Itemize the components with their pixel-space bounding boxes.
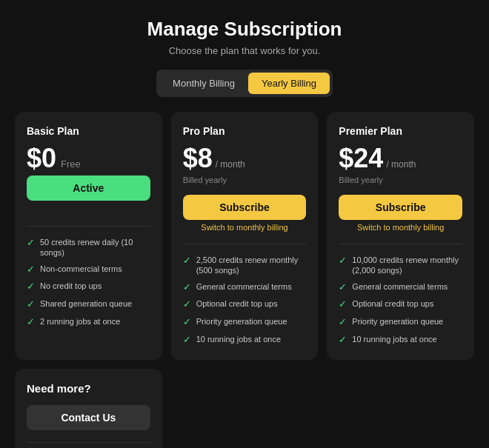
features-divider [339, 244, 462, 244]
feature-item: ✓ Optional credit top ups [339, 298, 462, 311]
feature-item: ✓ 10 running jobs at once [183, 334, 307, 347]
price-period: / month [386, 159, 416, 170]
page-header: Manage Subscription Choose the plan that… [15, 18, 474, 56]
feature-item: ✓ 10,000 credits renew monthly (2,000 so… [339, 255, 462, 276]
feature-text: General commercial terms [196, 281, 292, 292]
plan-action-btn[interactable]: Active [27, 175, 150, 201]
feature-text: 2,500 credits renew monthly (500 songs) [196, 255, 307, 276]
billed-info: Billed yearly [183, 175, 307, 184]
feature-text: 10 running jobs at once [352, 334, 436, 344]
plan-action-btn[interactable]: Subscribe [339, 195, 462, 220]
plan-card-premier: Premier Plan $24 / month Billed yearly S… [327, 112, 474, 360]
feature-text: Priority generation queue [196, 316, 287, 327]
check-icon: ✓ [27, 316, 35, 329]
features-divider [27, 226, 150, 227]
check-icon: ✓ [339, 281, 347, 294]
feature-text: No credit top ups [40, 281, 102, 291]
feature-item: ✓ Shared generation queue [27, 298, 150, 311]
bottom-grid: Need more? Contact Us ✓ Custom credit am… [15, 369, 474, 448]
feature-item: ✓ 2 running jobs at once [27, 316, 150, 329]
feature-text: Non-commercial terms [40, 264, 122, 274]
feature-text: 10,000 credits renew monthly (2,000 song… [352, 255, 462, 276]
feature-item: ✓ General commercial terms [183, 281, 307, 294]
check-icon: ✓ [339, 316, 347, 329]
check-icon: ✓ [183, 281, 191, 294]
billing-toggle: Monthly Billing Yearly Billing [156, 70, 333, 97]
check-icon: ✓ [27, 298, 35, 311]
price-amount: $8 [183, 143, 213, 174]
check-icon: ✓ [183, 298, 191, 311]
price-amount: $24 [339, 143, 383, 174]
plan-card-basic: Basic Plan $0 Free Active ✓ 50 credits r… [15, 112, 162, 360]
price-row: $8 / month [183, 143, 307, 174]
feature-item: ✓ No credit top ups [27, 281, 150, 293]
need-more-divider [27, 442, 150, 443]
feature-text: 50 credits renew daily (10 songs) [40, 237, 150, 258]
check-icon: ✓ [339, 255, 347, 267]
plans-grid: Basic Plan $0 Free Active ✓ 50 credits r… [15, 112, 474, 360]
plan-card-pro: Pro Plan $8 / month Billed yearly Subscr… [171, 112, 319, 360]
switch-billing-link[interactable]: Switch to monthly billing [183, 223, 307, 232]
check-icon: ✓ [27, 281, 35, 293]
price-period: / month [216, 159, 245, 170]
need-more-title: Need more? [27, 382, 150, 395]
need-more-card: Need more? Contact Us ✓ Custom credit am… [15, 369, 162, 448]
feature-text: Optional credit top ups [352, 298, 433, 309]
feature-item: ✓ 2,500 credits renew monthly (500 songs… [183, 255, 307, 276]
features-divider [183, 244, 307, 244]
switch-billing-link[interactable]: Switch to monthly billing [339, 223, 462, 232]
feature-item: ✓ 10 running jobs at once [339, 334, 462, 347]
feature-text: General commercial terms [352, 281, 448, 292]
page-subtitle: Choose the plan that works for you. [15, 45, 474, 56]
plan-action-btn[interactable]: Subscribe [183, 195, 307, 220]
check-icon: ✓ [183, 334, 191, 347]
feature-item: ✓ Optional credit top ups [183, 298, 307, 311]
yearly-billing-btn[interactable]: Yearly Billing [248, 73, 330, 94]
feature-item: ✓ 50 credits renew daily (10 songs) [27, 237, 150, 258]
price-row: $24 / month [339, 143, 462, 174]
feature-text: 2 running jobs at once [40, 316, 120, 327]
check-icon: ✓ [27, 264, 35, 276]
check-icon: ✓ [339, 298, 347, 311]
feature-item: ✓ General commercial terms [339, 281, 462, 294]
price-free: Free [61, 158, 81, 170]
billed-info: Billed yearly [339, 175, 462, 184]
price-amount: $0 [27, 143, 56, 174]
check-icon: ✓ [339, 334, 347, 347]
check-icon: ✓ [183, 316, 191, 329]
page-title: Manage Subscription [15, 18, 474, 41]
feature-text: 10 running jobs at once [196, 334, 281, 344]
feature-item: ✓ Non-commercial terms [27, 264, 150, 276]
monthly-billing-btn[interactable]: Monthly Billing [159, 73, 248, 94]
contact-us-button[interactable]: Contact Us [27, 405, 150, 430]
feature-text: Priority generation queue [352, 316, 443, 327]
feature-text: Optional credit top ups [196, 298, 278, 309]
plan-name: Pro Plan [183, 125, 307, 137]
feature-text: Shared generation queue [40, 298, 132, 309]
feature-item: ✓ Priority generation queue [339, 316, 462, 329]
feature-list: ✓ 10,000 credits renew monthly (2,000 so… [339, 255, 462, 347]
check-icon: ✓ [27, 237, 35, 250]
plan-name: Basic Plan [27, 125, 150, 137]
check-icon: ✓ [183, 255, 191, 267]
feature-item: ✓ Priority generation queue [183, 316, 307, 329]
price-row: $0 Free [27, 143, 150, 174]
plan-name: Premier Plan [339, 125, 462, 137]
feature-list: ✓ 2,500 credits renew monthly (500 songs… [183, 255, 307, 347]
feature-list: ✓ 50 credits renew daily (10 songs) ✓ No… [27, 237, 150, 329]
